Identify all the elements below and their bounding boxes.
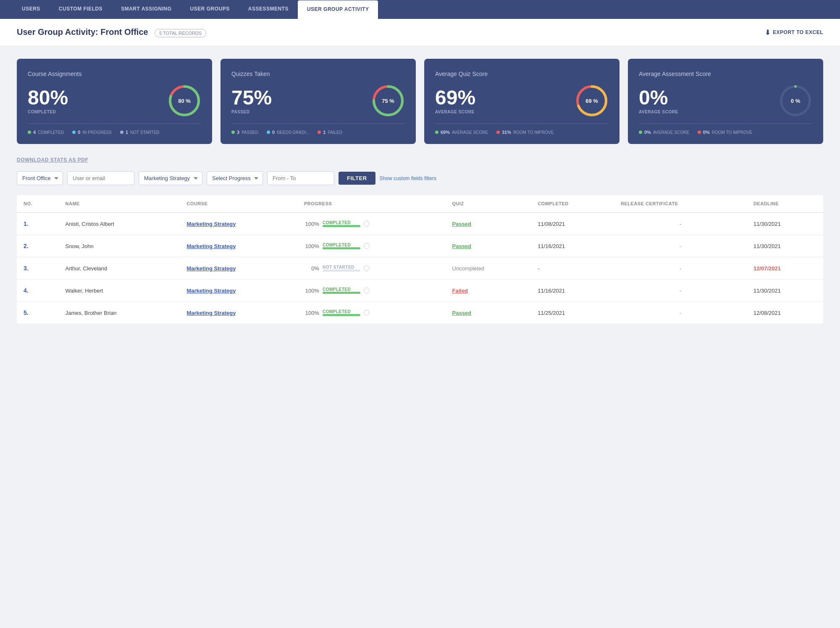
filter-bar: Front Office Marketing Strategy Select P… xyxy=(17,171,823,185)
tab-user-groups[interactable]: USER GROUPS xyxy=(181,0,239,19)
row-quiz: Passed xyxy=(446,302,531,324)
quiz-status[interactable]: Failed xyxy=(452,288,468,294)
progress-pct: 100% xyxy=(304,288,319,294)
download-stats-link[interactable]: DOWNLOAD STATS AS PDF xyxy=(17,157,88,163)
tab-user-group-activity[interactable]: USER GROUP ACTIVITY xyxy=(298,0,378,19)
circle-chart: 0 % xyxy=(779,84,812,118)
progress-pct: 100% xyxy=(304,221,319,227)
row-completed: - xyxy=(531,257,614,280)
table-col-header: COMPLETED xyxy=(531,195,614,212)
tab-assessments[interactable]: ASSESSMENTS xyxy=(239,0,298,19)
row-name: Arthur, Cleveland xyxy=(59,257,180,280)
row-release-cert: - xyxy=(614,257,747,280)
stat-card-avg-quiz-score: Average Quiz Score 69% AVERAGE SCORE 69 … xyxy=(424,59,620,144)
progress-pct: 0% xyxy=(304,265,319,272)
circle-chart: 69 % xyxy=(575,84,609,118)
stat-detail: 1 FAILED xyxy=(318,130,342,135)
row-quiz: Passed xyxy=(446,235,531,257)
row-completed: 11/16/2021 xyxy=(531,280,614,302)
quiz-status[interactable]: Passed xyxy=(452,221,472,227)
progress-bar-fill xyxy=(323,292,360,294)
row-deadline: 11/30/2021 xyxy=(747,280,823,302)
progress-filter-select[interactable]: Select Progress Completed In Progress No… xyxy=(207,171,263,185)
dot-icon xyxy=(496,131,500,134)
progress-circle-icon xyxy=(364,310,370,316)
stat-card-avg-assessment-score: Average Assessment Score 0% AVERAGE SCOR… xyxy=(628,59,823,144)
row-progress: 100% COMPLETED xyxy=(297,280,446,302)
show-custom-fields-link[interactable]: Show custom fields filters xyxy=(380,175,436,181)
tab-smart-assigning[interactable]: SMART ASSIGNING xyxy=(112,0,181,19)
date-range-input[interactable] xyxy=(267,171,334,185)
progress-bar xyxy=(323,270,360,272)
row-quiz: Failed xyxy=(446,280,531,302)
table-row: 3. Arthur, Cleveland Marketing Strategy … xyxy=(17,257,823,280)
stat-card-title: Average Assessment Score xyxy=(639,71,812,77)
row-course[interactable]: Marketing Strategy xyxy=(180,212,297,235)
progress-status-label: COMPLETED xyxy=(323,243,360,247)
row-progress: 100% COMPLETED xyxy=(297,235,446,257)
stat-detail: 0 NEEDS GRADI... xyxy=(267,130,309,135)
stat-detail: 1 NOT STARTED xyxy=(120,130,160,135)
quiz-status: Uncompleted xyxy=(452,265,485,272)
row-course[interactable]: Marketing Strategy xyxy=(180,280,297,302)
dot-icon xyxy=(72,131,76,134)
quiz-status[interactable]: Passed xyxy=(452,310,472,316)
progress-status-label: COMPLETED xyxy=(323,287,360,292)
tab-custom-fields[interactable]: CUSTOM FIELDS xyxy=(50,0,112,19)
progress-status-label: NOT STARTED xyxy=(323,265,360,270)
circle-label: 75 % xyxy=(382,98,394,104)
dot-icon xyxy=(267,131,270,134)
stat-detail: 0% AVERAGE SCORE xyxy=(639,130,689,135)
table-row: 4. Walker, Herbert Marketing Strategy 10… xyxy=(17,280,823,302)
row-progress: 0% NOT STARTED xyxy=(297,257,446,280)
course-filter-select[interactable]: Marketing Strategy xyxy=(139,171,202,185)
quiz-status[interactable]: Passed xyxy=(452,243,472,249)
tab-users[interactable]: USERS xyxy=(13,0,50,19)
export-to-excel-button[interactable]: ⬇ EXPORT TO EXCEL xyxy=(765,29,823,37)
table-col-header: DEADLINE xyxy=(747,195,823,212)
row-number: 1. xyxy=(17,212,59,235)
dot-icon xyxy=(231,131,235,134)
row-deadline: 11/30/2021 xyxy=(747,235,823,257)
user-email-input[interactable] xyxy=(67,171,134,185)
stat-detail: 0% ROOM TO IMPROVE xyxy=(698,130,752,135)
row-release-cert: - xyxy=(614,280,747,302)
table-row: 5. James, Brother Brian Marketing Strate… xyxy=(17,302,823,324)
progress-bar xyxy=(323,292,360,294)
table-row: 1. Anisti, Cristos Albert Marketing Stra… xyxy=(17,212,823,235)
stat-sub-label: COMPLETED xyxy=(28,110,68,114)
row-number: 2. xyxy=(17,235,59,257)
group-filter-select[interactable]: Front Office xyxy=(17,171,63,185)
stat-detail: 4 COMPLETED xyxy=(28,130,64,135)
row-number: 3. xyxy=(17,257,59,280)
progress-circle-icon xyxy=(364,265,370,271)
table-col-header: COURSE xyxy=(180,195,297,212)
progress-pct: 100% xyxy=(304,310,319,316)
progress-circle-icon xyxy=(364,221,370,227)
progress-bar xyxy=(323,247,360,249)
row-number: 4. xyxy=(17,280,59,302)
progress-status-label: COMPLETED xyxy=(323,309,360,314)
row-completed: 11/08/2021 xyxy=(531,212,614,235)
row-name: Snow, John xyxy=(59,235,180,257)
circle-chart: 80 % xyxy=(168,84,201,118)
dot-icon xyxy=(698,131,701,134)
stat-detail: 0 IN PROGRESS xyxy=(72,130,112,135)
stat-pct: 75% xyxy=(231,88,272,108)
progress-circle-icon xyxy=(364,243,370,249)
export-label: EXPORT TO EXCEL xyxy=(773,29,823,35)
row-name: James, Brother Brian xyxy=(59,302,180,324)
stat-cards: Course Assignments 80% COMPLETED 80 % 4 … xyxy=(17,59,823,144)
stat-detail: 31% ROOM TO IMPROVE xyxy=(496,130,554,135)
table-row: 2. Snow, John Marketing Strategy 100% CO… xyxy=(17,235,823,257)
stat-sub-label: PASSED xyxy=(231,110,272,114)
row-course[interactable]: Marketing Strategy xyxy=(180,257,297,280)
dot-icon xyxy=(120,131,123,134)
export-icon: ⬇ xyxy=(765,29,771,37)
row-progress: 100% COMPLETED xyxy=(297,302,446,324)
row-release-cert: - xyxy=(614,212,747,235)
row-course[interactable]: Marketing Strategy xyxy=(180,302,297,324)
row-course[interactable]: Marketing Strategy xyxy=(180,235,297,257)
filter-button[interactable]: FILTER xyxy=(339,172,375,185)
row-deadline: 12/07/2021 xyxy=(747,257,823,280)
